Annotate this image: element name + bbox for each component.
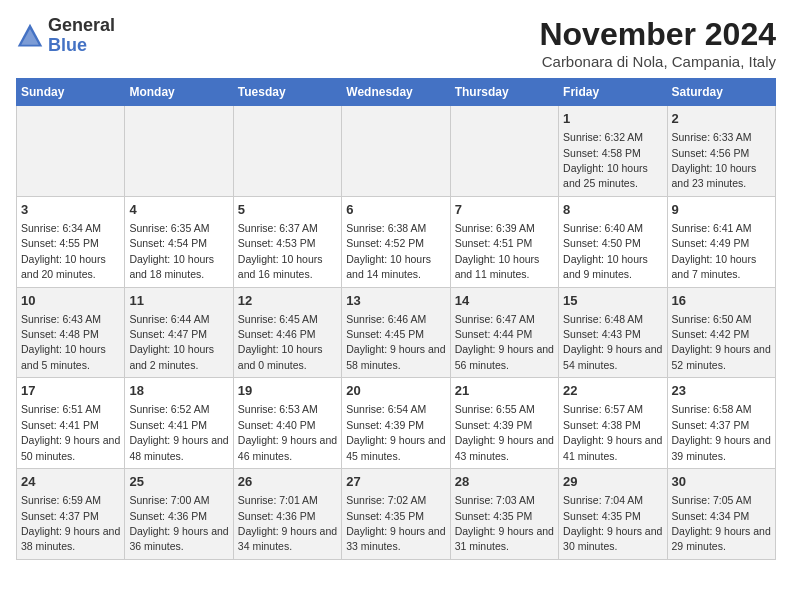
calendar-cell: 6Sunrise: 6:38 AM Sunset: 4:52 PM Daylig… — [342, 196, 450, 287]
day-number: 15 — [563, 292, 662, 310]
calendar-cell: 13Sunrise: 6:46 AM Sunset: 4:45 PM Dayli… — [342, 287, 450, 378]
day-number: 30 — [672, 473, 771, 491]
calendar-cell: 7Sunrise: 6:39 AM Sunset: 4:51 PM Daylig… — [450, 196, 558, 287]
calendar-cell: 21Sunrise: 6:55 AM Sunset: 4:39 PM Dayli… — [450, 378, 558, 469]
calendar-cell: 4Sunrise: 6:35 AM Sunset: 4:54 PM Daylig… — [125, 196, 233, 287]
day-info: Sunrise: 7:05 AM Sunset: 4:34 PM Dayligh… — [672, 494, 771, 552]
calendar-cell — [450, 106, 558, 197]
calendar-week-row: 1Sunrise: 6:32 AM Sunset: 4:58 PM Daylig… — [17, 106, 776, 197]
day-info: Sunrise: 7:00 AM Sunset: 4:36 PM Dayligh… — [129, 494, 228, 552]
calendar-body: 1Sunrise: 6:32 AM Sunset: 4:58 PM Daylig… — [17, 106, 776, 560]
calendar-cell: 17Sunrise: 6:51 AM Sunset: 4:41 PM Dayli… — [17, 378, 125, 469]
day-number: 4 — [129, 201, 228, 219]
calendar-week-row: 17Sunrise: 6:51 AM Sunset: 4:41 PM Dayli… — [17, 378, 776, 469]
day-info: Sunrise: 6:55 AM Sunset: 4:39 PM Dayligh… — [455, 403, 554, 461]
calendar-cell: 8Sunrise: 6:40 AM Sunset: 4:50 PM Daylig… — [559, 196, 667, 287]
day-header-sunday: Sunday — [17, 79, 125, 106]
day-number: 14 — [455, 292, 554, 310]
day-info: Sunrise: 6:52 AM Sunset: 4:41 PM Dayligh… — [129, 403, 228, 461]
location: Carbonara di Nola, Campania, Italy — [539, 53, 776, 70]
calendar-cell: 10Sunrise: 6:43 AM Sunset: 4:48 PM Dayli… — [17, 287, 125, 378]
calendar-cell: 23Sunrise: 6:58 AM Sunset: 4:37 PM Dayli… — [667, 378, 775, 469]
calendar-cell: 27Sunrise: 7:02 AM Sunset: 4:35 PM Dayli… — [342, 469, 450, 560]
day-number: 6 — [346, 201, 445, 219]
day-number: 19 — [238, 382, 337, 400]
day-header-tuesday: Tuesday — [233, 79, 341, 106]
day-info: Sunrise: 6:51 AM Sunset: 4:41 PM Dayligh… — [21, 403, 120, 461]
day-info: Sunrise: 7:04 AM Sunset: 4:35 PM Dayligh… — [563, 494, 662, 552]
day-number: 22 — [563, 382, 662, 400]
calendar-cell: 18Sunrise: 6:52 AM Sunset: 4:41 PM Dayli… — [125, 378, 233, 469]
day-number: 26 — [238, 473, 337, 491]
calendar-cell: 3Sunrise: 6:34 AM Sunset: 4:55 PM Daylig… — [17, 196, 125, 287]
day-number: 29 — [563, 473, 662, 491]
day-info: Sunrise: 6:34 AM Sunset: 4:55 PM Dayligh… — [21, 222, 106, 280]
day-info: Sunrise: 6:47 AM Sunset: 4:44 PM Dayligh… — [455, 313, 554, 371]
logo-text: General Blue — [48, 16, 115, 56]
day-info: Sunrise: 7:01 AM Sunset: 4:36 PM Dayligh… — [238, 494, 337, 552]
calendar-header-row: SundayMondayTuesdayWednesdayThursdayFrid… — [17, 79, 776, 106]
calendar-cell: 30Sunrise: 7:05 AM Sunset: 4:34 PM Dayli… — [667, 469, 775, 560]
calendar-cell: 19Sunrise: 6:53 AM Sunset: 4:40 PM Dayli… — [233, 378, 341, 469]
day-info: Sunrise: 6:40 AM Sunset: 4:50 PM Dayligh… — [563, 222, 648, 280]
calendar-cell — [125, 106, 233, 197]
calendar-table: SundayMondayTuesdayWednesdayThursdayFrid… — [16, 78, 776, 560]
day-info: Sunrise: 6:50 AM Sunset: 4:42 PM Dayligh… — [672, 313, 771, 371]
day-info: Sunrise: 6:33 AM Sunset: 4:56 PM Dayligh… — [672, 131, 757, 189]
calendar-week-row: 3Sunrise: 6:34 AM Sunset: 4:55 PM Daylig… — [17, 196, 776, 287]
day-info: Sunrise: 6:45 AM Sunset: 4:46 PM Dayligh… — [238, 313, 323, 371]
day-info: Sunrise: 6:46 AM Sunset: 4:45 PM Dayligh… — [346, 313, 445, 371]
day-info: Sunrise: 6:37 AM Sunset: 4:53 PM Dayligh… — [238, 222, 323, 280]
day-number: 7 — [455, 201, 554, 219]
day-info: Sunrise: 6:41 AM Sunset: 4:49 PM Dayligh… — [672, 222, 757, 280]
day-number: 18 — [129, 382, 228, 400]
day-info: Sunrise: 6:38 AM Sunset: 4:52 PM Dayligh… — [346, 222, 431, 280]
day-header-wednesday: Wednesday — [342, 79, 450, 106]
day-info: Sunrise: 7:02 AM Sunset: 4:35 PM Dayligh… — [346, 494, 445, 552]
day-info: Sunrise: 6:32 AM Sunset: 4:58 PM Dayligh… — [563, 131, 648, 189]
day-header-thursday: Thursday — [450, 79, 558, 106]
day-info: Sunrise: 6:59 AM Sunset: 4:37 PM Dayligh… — [21, 494, 120, 552]
calendar-week-row: 24Sunrise: 6:59 AM Sunset: 4:37 PM Dayli… — [17, 469, 776, 560]
day-info: Sunrise: 6:44 AM Sunset: 4:47 PM Dayligh… — [129, 313, 214, 371]
day-info: Sunrise: 6:43 AM Sunset: 4:48 PM Dayligh… — [21, 313, 106, 371]
day-number: 2 — [672, 110, 771, 128]
calendar-cell — [233, 106, 341, 197]
day-number: 23 — [672, 382, 771, 400]
day-info: Sunrise: 6:58 AM Sunset: 4:37 PM Dayligh… — [672, 403, 771, 461]
day-info: Sunrise: 7:03 AM Sunset: 4:35 PM Dayligh… — [455, 494, 554, 552]
day-number: 12 — [238, 292, 337, 310]
calendar-cell: 1Sunrise: 6:32 AM Sunset: 4:58 PM Daylig… — [559, 106, 667, 197]
page-header: General Blue November 2024 Carbonara di … — [16, 16, 776, 70]
day-info: Sunrise: 6:54 AM Sunset: 4:39 PM Dayligh… — [346, 403, 445, 461]
calendar-cell: 11Sunrise: 6:44 AM Sunset: 4:47 PM Dayli… — [125, 287, 233, 378]
day-info: Sunrise: 6:39 AM Sunset: 4:51 PM Dayligh… — [455, 222, 540, 280]
logo: General Blue — [16, 16, 115, 56]
calendar-cell: 16Sunrise: 6:50 AM Sunset: 4:42 PM Dayli… — [667, 287, 775, 378]
calendar-cell: 26Sunrise: 7:01 AM Sunset: 4:36 PM Dayli… — [233, 469, 341, 560]
day-number: 24 — [21, 473, 120, 491]
calendar-cell: 24Sunrise: 6:59 AM Sunset: 4:37 PM Dayli… — [17, 469, 125, 560]
day-info: Sunrise: 6:48 AM Sunset: 4:43 PM Dayligh… — [563, 313, 662, 371]
day-number: 1 — [563, 110, 662, 128]
logo-icon — [16, 22, 44, 50]
calendar-week-row: 10Sunrise: 6:43 AM Sunset: 4:48 PM Dayli… — [17, 287, 776, 378]
calendar-cell — [17, 106, 125, 197]
calendar-cell: 29Sunrise: 7:04 AM Sunset: 4:35 PM Dayli… — [559, 469, 667, 560]
day-number: 13 — [346, 292, 445, 310]
day-header-saturday: Saturday — [667, 79, 775, 106]
calendar-cell: 2Sunrise: 6:33 AM Sunset: 4:56 PM Daylig… — [667, 106, 775, 197]
day-number: 5 — [238, 201, 337, 219]
day-number: 11 — [129, 292, 228, 310]
calendar-cell: 25Sunrise: 7:00 AM Sunset: 4:36 PM Dayli… — [125, 469, 233, 560]
calendar-cell: 5Sunrise: 6:37 AM Sunset: 4:53 PM Daylig… — [233, 196, 341, 287]
day-header-friday: Friday — [559, 79, 667, 106]
day-number: 8 — [563, 201, 662, 219]
day-info: Sunrise: 6:35 AM Sunset: 4:54 PM Dayligh… — [129, 222, 214, 280]
day-number: 9 — [672, 201, 771, 219]
day-info: Sunrise: 6:57 AM Sunset: 4:38 PM Dayligh… — [563, 403, 662, 461]
calendar-cell: 9Sunrise: 6:41 AM Sunset: 4:49 PM Daylig… — [667, 196, 775, 287]
day-number: 25 — [129, 473, 228, 491]
day-number: 20 — [346, 382, 445, 400]
day-header-monday: Monday — [125, 79, 233, 106]
